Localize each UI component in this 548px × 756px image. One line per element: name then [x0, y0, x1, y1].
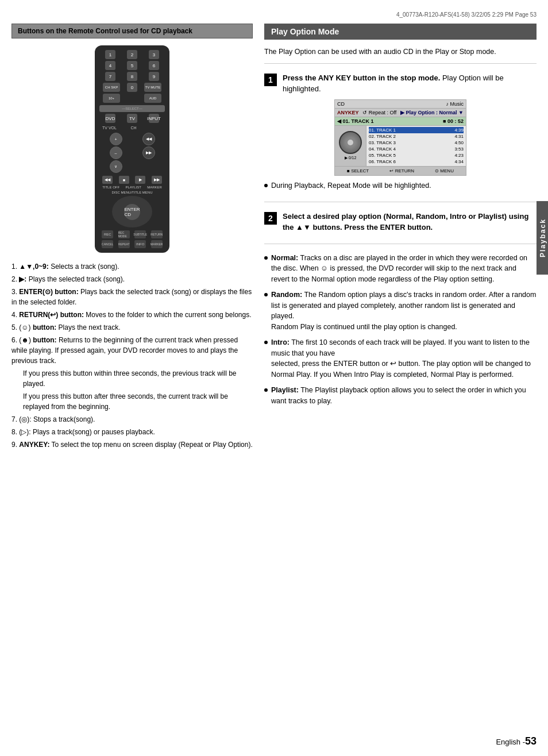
btn-0[interactable]: 0	[127, 83, 137, 92]
cd-track-5-label: 05. TRACK 5	[369, 153, 396, 158]
cd-footer-menu: ⊙ MENU	[435, 168, 454, 173]
btn-8[interactable]: 8	[127, 72, 137, 81]
btn-ch-down[interactable]: ∨	[110, 160, 122, 173]
file-info: 4_00773A-R120-AFS(41-58) 3/22/05 2:29 PM…	[11, 11, 537, 18]
detail-normal: Normal: Tracks on a disc are played in t…	[264, 253, 537, 285]
btn-skip-fwd[interactable]: ▶▶	[142, 146, 155, 159]
btn-recmode[interactable]: REC MODE	[118, 230, 130, 238]
btn-return[interactable]: RETURN	[151, 230, 163, 238]
btn-7[interactable]: 7	[105, 72, 115, 81]
nav-cluster: ◀◀ ▶▶	[142, 133, 155, 173]
cd-screen-body: ▶ 0/12 01. TRACK 1 4:39 02. TRACK 2 4:31	[335, 126, 466, 166]
btn-rec[interactable]: REC	[102, 230, 113, 238]
disc-icon	[339, 131, 362, 154]
right-column: Play Option Mode The Play Option can be …	[264, 24, 537, 452]
step-1-number: 1	[264, 74, 277, 86]
btn-1[interactable]: 1	[105, 50, 115, 59]
num-row-special: CH SKP 0 TV MUTE	[99, 83, 165, 92]
btn-titleoff[interactable]: TITLE OFF	[102, 186, 119, 189]
btn-tv[interactable]: TV	[127, 114, 137, 123]
step-1-text: Press the ANY KEY button in the stop mod…	[283, 72, 537, 95]
cd-screen-subheader: ANYKEY ↺ Repeat : Off ▶ Play Option : No…	[335, 109, 466, 117]
cd-tracklist: 01. TRACK 1 4:39 02. TRACK 2 4:31 03. TR…	[366, 126, 466, 166]
btn-skip-back[interactable]: ◀◀	[142, 133, 155, 145]
step-2-text: Select a desired play option (Normal, Ra…	[283, 211, 537, 233]
enter-cluster: ENTERCD	[112, 196, 152, 227]
detail-intro-body: The first 10 seconds of each track will …	[271, 338, 530, 357]
left-section-header: Buttons on the Remote Control used for C…	[11, 24, 253, 38]
detail-playlist-term: Playlist:	[271, 386, 299, 394]
btn-2[interactable]: 2	[127, 50, 137, 59]
cd-disc-area: ▶ 0/12	[335, 126, 366, 166]
detail-random-body: The Random option plays a disc's tracks …	[271, 291, 536, 321]
input-select-row: DVD TV INPUT	[99, 114, 165, 123]
cd-disc-count: ▶ 0/12	[345, 156, 357, 160]
instructions-list: 1. ▲▼,0~9: Selects a track (song). 2. ▶:…	[11, 261, 253, 450]
cd-track-1-label: 01. TRACK 1	[369, 128, 396, 133]
cd-footer-select: ■ SELECT	[347, 168, 369, 173]
btn-vol-down[interactable]: –	[110, 146, 122, 159]
btn-input[interactable]: INPUT	[149, 114, 159, 123]
step-2-block: 2 Select a desired play option (Normal, …	[264, 211, 537, 244]
cd-track-3-time: 4:50	[454, 140, 464, 145]
ch-label: CH	[130, 126, 136, 130]
vol-cluster: + – ∨	[110, 133, 122, 173]
btn-enter[interactable]: ENTERCD	[124, 204, 140, 220]
detail-playlist: Playlist: The Playlist playback option a…	[264, 385, 537, 407]
detail-playlist-body: The Playlist playback option allows you …	[271, 386, 526, 405]
function-row: TITLE OFF PLAYLIST MARKER	[99, 186, 165, 189]
detail-random-text: Random: The Random option plays a disc's…	[271, 290, 537, 333]
btn-chskp[interactable]: CH SKP	[103, 83, 120, 92]
btn-aud[interactable]: AUD	[144, 94, 161, 103]
num-row-2: 4 5 6	[99, 61, 165, 70]
playback-tab: Playback	[537, 201, 548, 275]
detail-playlist-text: Playlist: The Playlist playback option a…	[271, 385, 537, 407]
instruction-5: 5. (☺) button: Plays the next track.	[11, 322, 253, 333]
btn-playlist[interactable]: PLAYLIST	[125, 186, 141, 189]
btn-stop[interactable]: ■	[119, 176, 129, 184]
instruction-6a: If you press this button within three se…	[11, 368, 253, 389]
cd-track-label: ◀ 01. TRACK 1	[337, 118, 374, 124]
step-1-bullet: During Playback, Repeat Mode will be hig…	[264, 180, 537, 191]
step-2-strong: Select a desired play option (Normal, Ra…	[283, 212, 528, 232]
select-label: —SELECT—	[122, 107, 142, 110]
btn-tvmute[interactable]: TV MUTE	[144, 83, 161, 92]
btn-prev[interactable]: ◀◀	[102, 176, 113, 184]
btn-next[interactable]: ▶▶	[152, 176, 162, 184]
btn-3[interactable]: 3	[149, 50, 159, 59]
details-section: Normal: Tracks on a disc are played in t…	[264, 253, 537, 407]
cd-track-5-time: 4:23	[454, 153, 464, 158]
footer-lang: English -	[496, 738, 525, 746]
cd-track-time: ■ 00 : 52	[443, 118, 464, 124]
select-bar: —SELECT—	[99, 105, 165, 112]
btn-vol-up[interactable]: +	[110, 133, 122, 145]
page-footer: English -53	[496, 735, 537, 747]
btn-9[interactable]: 9	[149, 72, 159, 81]
detail-intro: Intro: The first 10 seconds of each trac…	[264, 337, 537, 380]
btn-dvd[interactable]: DVD	[105, 114, 115, 123]
btn-marker2[interactable]: MARKER	[151, 240, 163, 248]
btn-marker[interactable]: MARKER	[147, 186, 162, 189]
btn-repeat[interactable]: REPEAT	[118, 240, 130, 248]
vol-nav-area: + – ∨ ◀◀ ▶▶	[99, 133, 165, 173]
btn-pause[interactable]: ▶	[135, 176, 145, 184]
step-1-bullet-text: During Playback, Repeat Mode will be hig…	[271, 180, 431, 191]
instruction-2: 2. ▶: Plays the selected track (song).	[11, 274, 253, 284]
bullet-dot-playlist	[264, 388, 268, 392]
instruction-9: 9. ANYKEY: To select the top menu on scr…	[11, 439, 253, 450]
cd-subheader-repeat: ↺ Repeat : Off	[362, 110, 396, 115]
btn-6[interactable]: 6	[149, 61, 159, 70]
btn-cancel[interactable]: CANCEL	[102, 240, 113, 248]
btn-5[interactable]: 5	[127, 61, 137, 70]
btn-info[interactable]: INFO	[134, 240, 146, 248]
cd-subheader-right: ▶ Play Option : Normal ▼	[400, 110, 464, 115]
btn-4[interactable]: 4	[105, 61, 115, 70]
detail-random-term: Random:	[271, 291, 302, 299]
disc-menu-label: DISC MENU/TITLE MENU	[99, 191, 165, 194]
page-container: 4_00773A-R120-AFS(41-58) 3/22/05 2:29 PM…	[0, 0, 548, 756]
step-1-row: 1 Press the ANY KEY button in the stop m…	[264, 72, 537, 95]
cd-header-right: ♪ Music	[446, 101, 464, 107]
detail-normal-term: Normal:	[271, 254, 298, 262]
btn-subtitle[interactable]: SUBTITLE	[134, 230, 146, 238]
btn-10plus[interactable]: 10+	[103, 94, 120, 103]
